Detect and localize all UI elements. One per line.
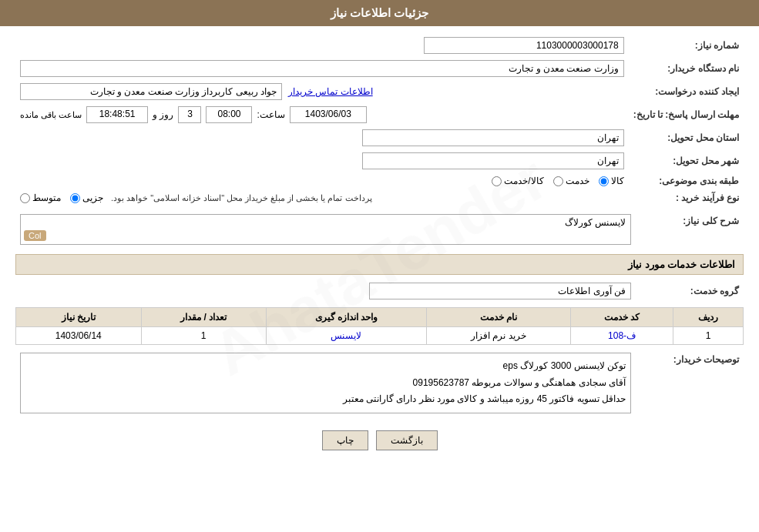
tabaqe-kala-label: کالا	[611, 176, 624, 186]
nooe-motavaset[interactable]: متوسط	[20, 192, 61, 203]
tabaqe-khidmat[interactable]: خدمت	[553, 176, 589, 186]
ostan-label: استان محل تحویل:	[629, 126, 744, 149]
mohlat-label: مهلت ارسال پاسخ: تا تاریخ:	[629, 103, 744, 126]
tosaif-cell: توکن لایسنس 3000 کورلاگ eps آقای سجادی ه…	[15, 350, 636, 417]
shmara-niaz-input[interactable]: 1103000003000178	[424, 37, 624, 54]
tabaqe-radio-group: کالا/خدمت خدمت کالا	[492, 176, 623, 186]
nooe-radio-group: متوسط جزیی	[20, 192, 103, 203]
sharh-cell: لایسنس کورلاگ Col	[15, 211, 636, 248]
cell-tedad: 1	[141, 327, 266, 345]
tabaqe-khidmat-label: خدمت	[566, 176, 589, 186]
tosaif-line1: توکن لایسنس 3000 کورلاگ eps	[25, 358, 626, 375]
col-kod: کد خدمت	[570, 308, 673, 327]
table-row: 1ف-108خرید نرم افزارلایسنس11403/06/14	[16, 327, 744, 345]
grooh-label: گروه خدمت:	[636, 279, 744, 303]
nooe-jozii-radio[interactable]	[70, 193, 80, 203]
shahr-label: شهر محل تحویل:	[629, 149, 744, 172]
sharh-label: شرح کلی نیاز:	[636, 211, 744, 248]
grooh-input[interactable]: فن آوری اطلاعات	[369, 283, 631, 299]
col-vahad: واحد اندازه گیری	[266, 308, 426, 327]
tosaif-table: توصیحات خریدار: توکن لایسنس 3000 کورلاگ …	[15, 350, 744, 417]
ijad-konande-cell: جواد ربیعی کاربرداز وزارت صنعت معدن و تج…	[15, 80, 629, 103]
col-tedad: تعداد / مقدار	[141, 308, 266, 327]
page-title: جزئیات اطلاعات نیاز	[331, 6, 428, 19]
nooe-motavaset-label: متوسط	[32, 192, 61, 203]
tabaqe-kala-khidmat-label: کالا/خدمت	[504, 176, 543, 186]
name-dastgah-cell: وزارت صنعت معدن و تجارت	[15, 57, 629, 80]
shmara-niaz-label: شماره نیاز:	[629, 34, 744, 57]
page-header: جزئیات اطلاعات نیاز	[0, 0, 759, 26]
grooh-table: گروه خدمت: فن آوری اطلاعات	[15, 279, 744, 303]
cell-vahad: لایسنس	[266, 327, 426, 345]
page-wrapper: جزئیات اطلاعات نیاز شماره نیاز: 11030000…	[0, 0, 759, 532]
tabaqe-kala-radio[interactable]	[599, 176, 609, 186]
sharh-table: شرح کلی نیاز: لایسنس کورلاگ Col	[15, 211, 744, 248]
col-tarikh: تاریخ نیاز	[16, 308, 142, 327]
services-table: ردیف کد خدمت نام خدمت واحد اندازه گیری ت…	[15, 307, 744, 345]
ostan-cell: تهران	[15, 126, 629, 149]
time-input[interactable]: 08:00	[206, 106, 252, 123]
col-badge: Col	[24, 230, 46, 241]
cell-kod: ف-108	[570, 327, 673, 345]
sharh-value: لایسنس کورلاگ	[565, 217, 626, 228]
section2-header: اطلاعات خدمات مورد نیاز	[15, 254, 744, 275]
cell-name: خرید نرم افزار	[426, 327, 570, 345]
cell-radif: 1	[673, 327, 744, 345]
print-button[interactable]: چاپ	[322, 430, 368, 450]
etela-tamaas-link[interactable]: اطلاعات تماس خریدار	[288, 86, 373, 97]
tabaqe-khidmat-radio[interactable]	[553, 176, 563, 186]
rooz-input[interactable]: 3	[178, 106, 201, 123]
ijad-konande-input[interactable]: جواد ربیعی کاربرداز وزارت صنعت معدن و تج…	[20, 83, 282, 100]
nooe-farayand-cell: متوسط جزیی پرداخت تمام یا بخشی از مبلغ خ…	[15, 189, 629, 206]
name-dastgah-label: نام دستگاه خریدار:	[629, 57, 744, 80]
rooz-label: روز و	[153, 109, 173, 120]
sharh-input[interactable]: لایسنس کورلاگ Col	[20, 214, 631, 245]
nooe-farayand-notice: پرداخت تمام یا بخشی از مبلغ خریداز محل "…	[111, 193, 372, 203]
tosaif-label: توصیحات خریدار:	[636, 350, 744, 417]
tosaif-line2: آقای سجادی هماهنگی و سوالات مربوطه 09195…	[25, 375, 626, 392]
tosaif-line3: حداقل تسویه فاکتور 45 روزه میباشد و کالا…	[25, 391, 626, 408]
nooe-motavaset-radio[interactable]	[20, 193, 30, 203]
content-area: شماره نیاز: 1103000003000178 نام دستگاه …	[0, 26, 759, 467]
cell-tarikh: 1403/06/14	[16, 327, 142, 345]
baqi-label: ساعت باقی مانده	[20, 110, 82, 120]
ostan-input[interactable]: تهران	[362, 129, 624, 146]
tabaqe-kala-khidmat[interactable]: کالا/خدمت	[492, 176, 543, 186]
nooe-jozii-label: جزیی	[82, 192, 103, 203]
tabaqe-kala[interactable]: کالا	[599, 176, 624, 186]
info-table-main: شماره نیاز: 1103000003000178 نام دستگاه …	[15, 34, 744, 206]
ijad-konande-label: ایجاد کننده درخواست:	[629, 80, 744, 103]
tabaqe-cell: کالا/خدمت خدمت کالا	[15, 172, 629, 189]
button-row: چاپ بازگشت	[15, 421, 744, 460]
time2-input[interactable]: 18:48:51	[86, 106, 148, 123]
name-dastgah-input[interactable]: وزارت صنعت معدن و تجارت	[20, 60, 624, 77]
mohlat-cell: ساعت باقی مانده 18:48:51 روز و 3 08:00 س…	[15, 103, 629, 126]
date-input[interactable]: 1403/06/03	[290, 106, 367, 123]
grooh-cell: فن آوری اطلاعات	[15, 279, 636, 303]
tabaqe-kala-khidmat-radio[interactable]	[492, 176, 502, 186]
nooe-farayand-label: نوع فرآیند خرید :	[629, 189, 744, 206]
col-name: نام خدمت	[426, 308, 570, 327]
tabaqe-label: طبقه بندی موضوعی:	[629, 172, 744, 189]
shahr-input[interactable]: تهران	[362, 152, 624, 169]
nooe-jozii[interactable]: جزیی	[70, 192, 103, 203]
shmara-niaz-value: 1103000003000178	[100, 34, 628, 57]
col-radif: ردیف	[673, 308, 744, 327]
back-button[interactable]: بازگشت	[376, 430, 438, 450]
tosaif-input[interactable]: توکن لایسنس 3000 کورلاگ eps آقای سجادی ه…	[20, 353, 631, 413]
time-label: ساعت:	[257, 109, 284, 120]
shahr-cell: تهران	[15, 149, 629, 172]
